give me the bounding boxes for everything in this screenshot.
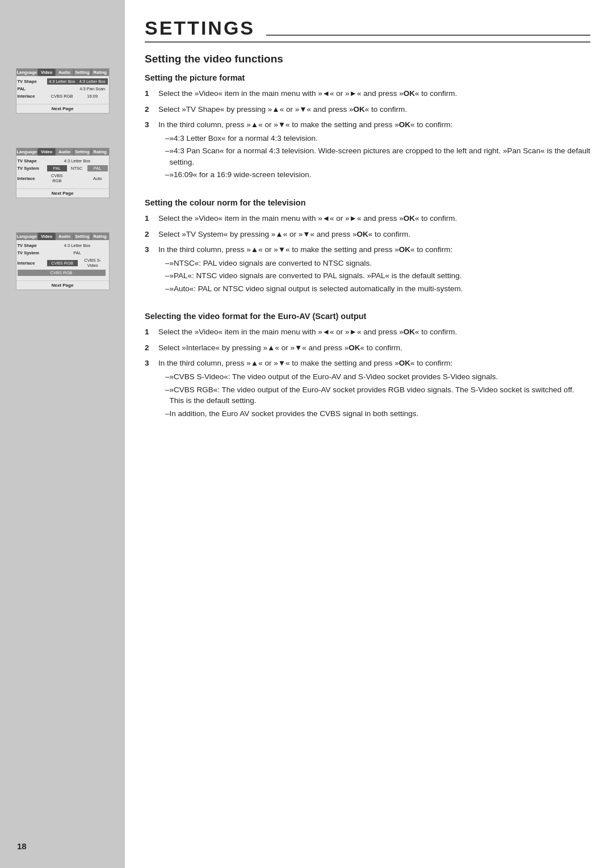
menu3-header-audio: Audio — [56, 233, 73, 240]
bullet-pf-3: »16:09« for a 16:9 wide-screen televisio… — [158, 169, 590, 181]
steps-colour-norm: 1 Select the »Video« item in the main me… — [145, 213, 590, 296]
steps-euro-av: 1 Select the »Video« item in the main me… — [145, 326, 590, 421]
page-number: 18 — [17, 841, 27, 851]
section-euro-av-heading: Selecting the video format for the Euro-… — [145, 312, 590, 321]
step-3-ea: 3 In the third column, press »▲« or »▼« … — [145, 358, 590, 421]
menu-header-setting: Setting — [74, 69, 91, 76]
step-2-ea: 2 Select »Interlace« by pressing »▲« or … — [145, 342, 590, 354]
bullet-ea-2: »CVBS RGB«: The video output of the Euro… — [158, 384, 590, 406]
step-3-pf: 3 In the third column, press »▲« or »▼« … — [145, 119, 590, 182]
section-colour-norm: Setting the colour norm for the televisi… — [145, 198, 590, 296]
menu-screenshot-2: Language Video Audio Setting Rating TV S… — [16, 148, 110, 198]
step-1-ea: 1 Select the »Video« item in the main me… — [145, 326, 590, 338]
page-title: SETTINGS — [145, 17, 255, 39]
main-content: SETTINGS Setting the video functions Set… — [125, 0, 613, 868]
menu-header-rating: Rating — [91, 69, 108, 76]
steps-picture-format: 1 Select the »Video« item in the main me… — [145, 88, 590, 182]
menu2-header-rating: Rating — [91, 148, 108, 156]
menu2-header-audio: Audio — [56, 148, 73, 156]
bullet-ea-3: In addition, the Euro AV socket provides… — [158, 408, 590, 420]
menu3-header-rating: Rating — [91, 233, 108, 240]
step-2-pf: 2 Select »TV Shape« by pressing »▲« or »… — [145, 104, 590, 115]
bullet-cn-2: »PAL«: NTSC video signals are converted … — [158, 270, 590, 282]
menu2-header-setting: Setting — [74, 148, 91, 156]
bullet-pf-1: »4:3 Letter Box« for a normal 4:3 televi… — [158, 133, 590, 144]
section-picture-format-heading: Setting the picture format — [145, 73, 590, 82]
bullet-cn-1: »NTSC«: PAL video signals are converted … — [158, 258, 590, 269]
page-title-section: SETTINGS — [145, 17, 590, 43]
bullets-cn: »NTSC«: PAL video signals are converted … — [158, 258, 590, 295]
menu3-header-setting: Setting — [74, 233, 91, 240]
bullet-ea-1: »CVBS S-Video«: The video output of the … — [158, 371, 590, 383]
menu2-header-language: Language — [16, 148, 38, 156]
menu-header-audio: Audio — [56, 69, 73, 76]
menu-screenshot-1: Language Video Audio Setting Rating TV S… — [16, 68, 110, 114]
menu2-header-video: Video — [38, 148, 56, 156]
menu-header-video: Video — [38, 69, 56, 76]
left-sidebar: Language Video Audio Setting Rating TV S… — [0, 0, 125, 868]
step-1-cn: 1 Select the »Video« item in the main me… — [145, 213, 590, 224]
step-1-pf: 1 Select the »Video« item in the main me… — [145, 88, 590, 99]
bullets-ea: »CVBS S-Video«: The video output of the … — [158, 371, 590, 419]
section-euro-av: Selecting the video format for the Euro-… — [145, 312, 590, 421]
section-video-functions-heading: Setting the video functions — [145, 53, 590, 65]
bullet-pf-2: »4:3 Pan Scan« for a normal 4:3 televisi… — [158, 145, 590, 167]
step-3-cn: 3 In the third column, press »▲« or »▼« … — [145, 244, 590, 296]
menu-header-language: Language — [16, 69, 38, 76]
menu-screenshot-3: Language Video Audio Setting Rating TV S… — [16, 232, 110, 290]
section-picture-format: Setting the picture format 1 Select the … — [145, 73, 590, 182]
step-2-cn: 2 Select »TV System« by pressing »▲« or … — [145, 229, 590, 240]
bullet-cn-3: »Auto«: PAL or NTSC video signal output … — [158, 283, 590, 295]
bullets-pf: »4:3 Letter Box« for a normal 4:3 televi… — [158, 133, 590, 181]
section-colour-norm-heading: Setting the colour norm for the televisi… — [145, 198, 590, 207]
menu3-header-video: Video — [38, 233, 56, 240]
menu3-header-language: Language — [16, 233, 38, 240]
